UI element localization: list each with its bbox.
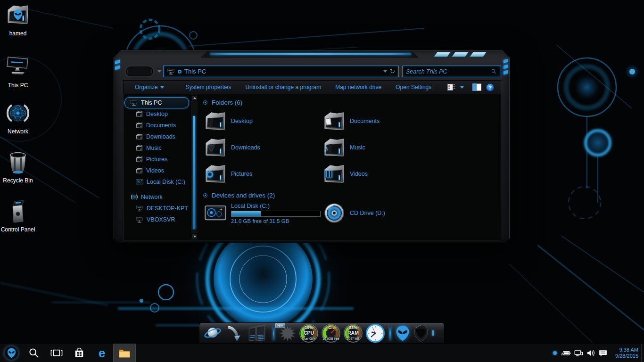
network-icon[interactable] (572, 344, 585, 362)
open-settings-button[interactable]: Open Settings (396, 84, 431, 90)
search-icon (27, 346, 41, 360)
sidebar-scrollbar[interactable] (190, 94, 198, 240)
change-view-icon[interactable] (446, 82, 456, 92)
view-options-caret[interactable] (460, 86, 464, 89)
drive-item-local-disk[interactable]: Local Disk (C:) 21.0 GB free of 31.5 GB (204, 201, 323, 225)
desktop-icon-recycle-bin[interactable]: Recycle Bin (0, 151, 36, 184)
folder-item-downloads[interactable]: Downloads (204, 134, 323, 161)
dock-cpu-gauge[interactable]: 19% CPU User 08% (299, 324, 318, 343)
file-list: Folders (6) Desktop Documents (198, 94, 501, 240)
action-center-icon[interactable] (597, 344, 609, 362)
address-dropdown-caret[interactable] (383, 70, 387, 73)
item-label: Music (350, 144, 365, 151)
volume-icon[interactable] (585, 344, 597, 362)
sidebar-item-this-pc[interactable]: This PC (124, 97, 189, 108)
sidebar-item-label: VBOXSVR (147, 216, 175, 223)
group-header-devices[interactable]: Devices and drives (2) (203, 192, 501, 199)
taskbar-search-button[interactable] (23, 344, 45, 362)
sidebar-item-local-disk[interactable]: Local Disk (C:) (124, 176, 190, 188)
preview-pane-icon[interactable] (472, 83, 482, 91)
dock: N/A 19% CPU User 08% C:\ 20.9GB free 83%… (199, 322, 445, 343)
taskbar-clock[interactable]: 9:38 AM 9/28/2015 (609, 347, 641, 359)
sidebar-item-network[interactable]: Network (124, 191, 190, 203)
task-view-button[interactable] (45, 344, 68, 362)
frame-accent (115, 59, 120, 64)
sidebar-item-music[interactable]: Music (124, 142, 190, 154)
minimize-button[interactable] (433, 52, 451, 57)
item-label: Documents (350, 118, 380, 124)
sidebar-item-label: Desktop (146, 111, 168, 117)
map-network-drive-button[interactable]: Map network drive (335, 84, 381, 90)
recent-locations-caret[interactable] (157, 70, 161, 73)
collapse-bullet-icon[interactable] (203, 193, 207, 197)
search-box (402, 66, 501, 77)
file-explorer-button[interactable] (113, 344, 136, 362)
alien-icon (13, 9, 23, 20)
back-button[interactable] (125, 66, 154, 77)
sidebar-item-desktop[interactable]: Desktop (124, 108, 190, 120)
organize-menu[interactable]: Organize (135, 84, 164, 90)
dock-disk-gauge[interactable]: C:\ 20.9GB free (322, 324, 340, 343)
address-location: This PC (184, 68, 380, 75)
folder-item-desktop[interactable]: Desktop (204, 108, 323, 134)
search-icon[interactable] (490, 68, 497, 75)
folder-item-videos[interactable]: Videos (323, 161, 442, 187)
scrollbar-thumb[interactable] (193, 116, 195, 229)
battery-icon[interactable] (560, 344, 572, 362)
maximize-button[interactable] (451, 52, 469, 57)
system-properties-button[interactable]: System properties (186, 84, 231, 90)
location-icon (167, 68, 175, 75)
drive-label: CD Drive (D:) (350, 210, 385, 216)
dock-alienware-icon[interactable] (396, 325, 410, 341)
system-tray: 9:38 AM 9/28/2015 (550, 344, 644, 362)
sidebar-item-videos[interactable]: Videos (124, 165, 190, 176)
control-panel-icon (0, 200, 36, 225)
scroll-up-button[interactable] (191, 95, 198, 101)
drive-item-cd[interactable]: CD Drive (D:) (323, 201, 442, 225)
dock-alienfx-icon[interactable] (413, 324, 429, 342)
explorer-main: This PC Desktop Documents Downloads Musi… (123, 94, 501, 240)
sidebar-item-desktop-kpt[interactable]: DESKTOP-KPT (124, 203, 190, 214)
folder-item-music[interactable]: ♪ Music (323, 134, 442, 161)
desktop-icon-network[interactable]: Network (0, 102, 36, 135)
sidebar-item-label: Pictures (146, 156, 167, 163)
dock-weather-icon[interactable]: N/A (279, 325, 296, 342)
sidebar-item-downloads[interactable]: Downloads (124, 131, 190, 142)
search-input[interactable] (406, 68, 490, 75)
close-button[interactable] (469, 52, 487, 57)
address-bar[interactable]: This PC ↻ (163, 66, 399, 77)
videos-folder-icon (323, 163, 346, 185)
help-button[interactable]: ? (486, 83, 494, 91)
sidebar-item-pictures[interactable]: Pictures (124, 154, 190, 165)
task-view-icon (49, 346, 64, 361)
item-label: Videos (350, 171, 368, 177)
desktop-icon-hamed[interactable]: hamed (0, 4, 36, 37)
group-header-folders[interactable]: Folders (6) (203, 99, 501, 106)
dock-ram-gauge[interactable]: 83% RAM 2047 MB (344, 324, 363, 343)
folder-item-pictures[interactable]: Pictures (204, 161, 323, 187)
sidebar-item-documents[interactable]: Documents (124, 120, 190, 131)
folder-icon (136, 133, 143, 140)
group-title: Folders (6) (212, 99, 242, 106)
sidebar-item-vboxsvr[interactable]: VBOXSVR (124, 214, 190, 225)
show-desktop-button[interactable] (641, 344, 644, 362)
refresh-icon[interactable]: ↻ (390, 68, 395, 75)
hard-drive-icon (204, 202, 227, 224)
dock-clock-icon[interactable] (366, 324, 385, 343)
dock-browser-icon[interactable] (203, 324, 222, 342)
tray-app-icon[interactable] (553, 351, 557, 355)
desktop-icon-this-pc[interactable]: This PC (0, 53, 36, 89)
sidebar-item-label: Network (141, 194, 163, 200)
edge-button[interactable] (91, 344, 113, 362)
clock-date: 9/28/2015 (615, 353, 638, 359)
window-frame: This PC ↻ Organize System properties Uni… (113, 49, 510, 243)
start-button[interactable] (0, 344, 23, 362)
store-button[interactable] (68, 344, 91, 362)
scroll-down-button[interactable] (191, 233, 198, 239)
collapse-bullet-icon[interactable] (203, 100, 207, 105)
dock-servers-icon[interactable] (246, 324, 268, 342)
uninstall-program-button[interactable]: Uninstall or change a program (245, 84, 321, 90)
dock-arrow-icon[interactable] (225, 325, 242, 342)
folder-item-documents[interactable]: Documents (323, 108, 442, 134)
desktop-icon-control-panel[interactable]: Control Panel (0, 200, 36, 233)
